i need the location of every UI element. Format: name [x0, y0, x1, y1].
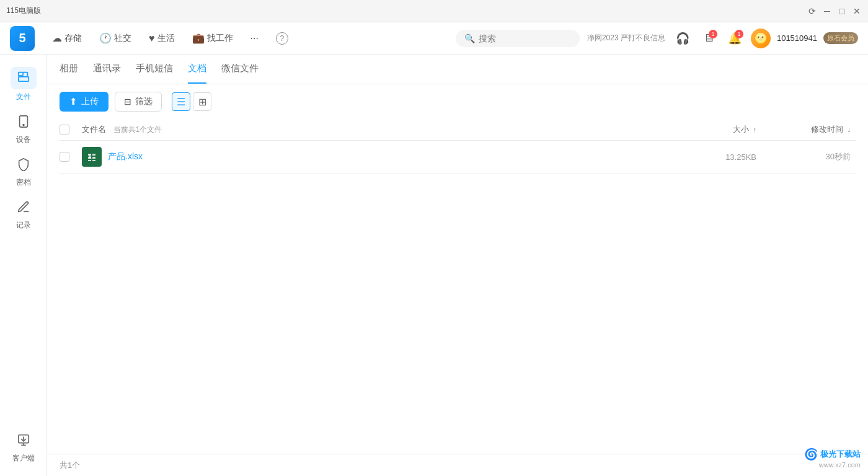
app-logo[interactable]: 5: [10, 26, 35, 51]
sidebar-devices-label: 设备: [16, 134, 31, 145]
screen-button[interactable]: 🖥 1: [699, 29, 719, 48]
screen-badge: 1: [709, 30, 717, 38]
search-input[interactable]: [479, 33, 571, 43]
client-icon: [17, 433, 30, 451]
sidebar: 文件 设备 密档: [0, 55, 47, 476]
more-icon: ···: [250, 33, 259, 44]
upload-button[interactable]: ⬆ 上传: [60, 92, 108, 112]
nav-storage[interactable]: ☁ 存储: [45, 29, 89, 48]
table-header: 文件名 当前共1个文件 大小 ↑ 修改时间 ↓: [60, 119, 856, 141]
nav-job-label: 找工作: [207, 33, 233, 44]
header-mtime[interactable]: 修改时间 ↓: [756, 124, 856, 135]
help-icon: ?: [276, 32, 288, 45]
minimize-button[interactable]: ─: [822, 6, 832, 16]
status-bar: 共1个: [47, 454, 868, 476]
xlsx-icon: X: [82, 147, 102, 167]
file-count: 当前共1个文件: [113, 125, 162, 134]
user-id[interactable]: 101510941: [777, 33, 817, 43]
bell-button[interactable]: 🔔 1: [725, 29, 745, 48]
sidebar-item-devices[interactable]: 设备: [0, 108, 46, 151]
row-check: [60, 152, 82, 162]
file-size: 13.25KB: [657, 152, 756, 162]
social-icon: 🕐: [99, 32, 112, 44]
sidebar-item-client[interactable]: 客户端: [0, 427, 46, 470]
window-controls: ⟳ ─ □ ✕: [807, 6, 862, 16]
content-area: 相册 通讯录 手机短信 文档 微信文件 ⬆ 上传: [47, 55, 868, 476]
notice-text: 净网2023 严打不良信息: [587, 33, 665, 43]
nav-more[interactable]: ···: [243, 29, 266, 48]
svg-rect-5: [86, 151, 98, 163]
avatar[interactable]: 🌝: [751, 29, 771, 48]
top-nav: 5 ☁ 存储 🕐 社交 ♥ 生活 💼 找工作 ··· ?: [0, 22, 868, 55]
svg-rect-0: [18, 73, 22, 76]
tab-wechat[interactable]: 微信文件: [221, 55, 259, 84]
headphone-icon: 🎧: [676, 32, 689, 45]
title-bar: 115电脑版 ⟳ ─ □ ✕: [0, 0, 868, 22]
view-toggle: ☰ ⊞: [172, 92, 211, 111]
toolbar: ⬆ 上传 ⊟ 筛选 ☰ ⊞: [47, 84, 868, 119]
file-name-col: X 产品.xlsx: [82, 147, 657, 167]
tab-contacts[interactable]: 通讯录: [93, 55, 121, 84]
svg-rect-1: [18, 77, 29, 81]
sidebar-item-records[interactable]: 记录: [0, 194, 46, 237]
devices-icon: [17, 115, 30, 132]
nav-life[interactable]: ♥ 生活: [141, 29, 182, 48]
file-table: 文件名 当前共1个文件 大小 ↑ 修改时间 ↓: [47, 119, 868, 454]
nav-social-label: 社交: [114, 33, 131, 44]
vip-badge: 原石会员: [823, 32, 858, 44]
nav-job[interactable]: 💼 找工作: [185, 29, 241, 48]
header-check: [60, 125, 82, 134]
storage-icon: ☁: [52, 32, 62, 44]
headphone-button[interactable]: 🎧: [673, 29, 693, 48]
mtime-sort-icon: ↓: [848, 126, 851, 133]
tab-album[interactable]: 相册: [60, 55, 78, 84]
sidebar-records-label: 记录: [16, 220, 31, 231]
search-icon: 🔍: [464, 33, 475, 43]
sidebar-vault-label: 密档: [16, 177, 31, 188]
records-icon: [17, 200, 30, 218]
nav-help[interactable]: ?: [268, 29, 296, 48]
nav-social[interactable]: 🕐 社交: [92, 29, 139, 48]
body-wrapper: 文件 设备 密档: [0, 55, 868, 476]
nav-storage-label: 存储: [64, 33, 82, 44]
avatar-icon: 🌝: [755, 32, 767, 44]
search-bar[interactable]: 🔍: [456, 30, 580, 47]
upload-icon: ⬆: [69, 96, 78, 107]
job-icon: 💼: [192, 32, 205, 44]
nav-items: ☁ 存储 🕐 社交 ♥ 生活 💼 找工作 ··· ?: [45, 29, 448, 48]
top-right: 🎧 🖥 1 🔔 1 🌝 101510941 原石会员: [673, 29, 858, 48]
total-count: 共1个: [60, 460, 80, 471]
filter-button[interactable]: ⊟ 筛选: [115, 92, 162, 112]
header-size[interactable]: 大小 ↑: [657, 124, 756, 135]
filter-icon: ⊟: [124, 97, 131, 107]
tab-docs[interactable]: 文档: [188, 55, 206, 84]
row-checkbox[interactable]: [60, 152, 69, 162]
sidebar-item-files[interactable]: 文件: [0, 61, 46, 108]
bell-badge: 1: [735, 30, 743, 38]
sidebar-item-vault[interactable]: 密档: [0, 151, 46, 194]
files-icon: [17, 71, 30, 86]
list-view-button[interactable]: ☰: [172, 92, 190, 111]
app-wrapper: 5 ☁ 存储 🕐 社交 ♥ 生活 💼 找工作 ··· ?: [0, 22, 868, 476]
header-name: 文件名 当前共1个文件: [82, 124, 657, 135]
tab-sms[interactable]: 手机短信: [136, 55, 173, 84]
refresh-button[interactable]: ⟳: [807, 6, 817, 16]
maximize-button[interactable]: □: [837, 6, 847, 16]
sub-tabs: 相册 通讯录 手机短信 文档 微信文件: [47, 55, 868, 84]
table-row[interactable]: X 产品.xlsx 13.25KB 30秒前: [60, 141, 856, 174]
file-mtime: 30秒前: [756, 151, 856, 162]
sidebar-files-label: 文件: [16, 92, 31, 102]
sidebar-client-label: 客户端: [12, 453, 35, 464]
file-name[interactable]: 产品.xlsx: [108, 151, 143, 162]
app-title: 115电脑版: [6, 6, 41, 16]
grid-view-button[interactable]: ⊞: [193, 92, 211, 111]
vault-icon: [17, 157, 30, 175]
select-all-checkbox[interactable]: [60, 125, 69, 134]
life-icon: ♥: [149, 33, 155, 44]
nav-life-label: 生活: [157, 33, 175, 44]
svg-text:X: X: [89, 155, 92, 159]
close-button[interactable]: ✕: [852, 6, 862, 16]
svg-point-3: [23, 125, 24, 126]
